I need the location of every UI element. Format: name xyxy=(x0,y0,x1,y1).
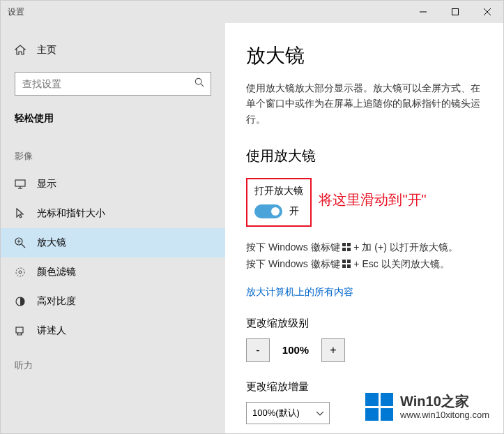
toggle-knob xyxy=(271,207,280,216)
magnifier-toggle[interactable] xyxy=(254,204,282,218)
contrast-icon xyxy=(15,296,26,307)
section-hearing: 听力 xyxy=(1,345,225,379)
svg-rect-16 xyxy=(16,327,23,333)
home-icon xyxy=(15,45,26,56)
magnify-all-link[interactable]: 放大计算机上的所有内容 xyxy=(246,286,482,299)
sidebar-item-color-filter[interactable]: 颜色滤镜 xyxy=(1,257,225,287)
narrator-icon xyxy=(15,325,26,336)
annotation-box: 打开放大镜 开 xyxy=(246,178,312,227)
sidebar-item-cursor[interactable]: 光标和指针大小 xyxy=(1,199,225,228)
svg-rect-21 xyxy=(342,260,346,263)
sidebar-item-high-contrast[interactable]: 高对比度 xyxy=(1,287,225,316)
toggle-state: 开 xyxy=(289,205,299,218)
section-vision: 影像 xyxy=(1,136,225,170)
windows-logo-icon xyxy=(365,393,393,421)
use-magnifier-heading: 使用放大镜 xyxy=(246,147,482,165)
svg-rect-23 xyxy=(342,264,346,268)
sidebar-item-label: 显示 xyxy=(37,178,56,190)
zoom-value: 100% xyxy=(277,344,314,356)
search-icon[interactable] xyxy=(194,77,204,90)
home-label: 主页 xyxy=(37,44,56,57)
sidebar-item-label: 讲述人 xyxy=(37,324,66,337)
home-link[interactable]: 主页 xyxy=(1,37,225,63)
annotation-text: 将这里滑动到"开" xyxy=(319,190,426,209)
windows-key-icon xyxy=(342,240,351,257)
watermark-url: www.win10xitong.com xyxy=(400,410,489,421)
monitor-icon xyxy=(15,179,26,190)
dropdown-value: 100%(默认) xyxy=(252,407,300,419)
toggle-label: 打开放大镜 xyxy=(254,185,303,197)
svg-rect-17 xyxy=(342,243,346,246)
watermark-title: Win10之家 xyxy=(400,393,489,410)
zoom-level-heading: 更改缩放级别 xyxy=(246,317,482,330)
svg-line-10 xyxy=(22,244,25,248)
sidebar-item-label: 颜色滤镜 xyxy=(37,266,76,278)
windows-key-icon xyxy=(342,257,351,274)
category-label: 轻松使用 xyxy=(1,108,225,136)
page-description: 使用放大镜放大部分显示器。放大镜可以全屏方式、在单个窗口中或作为在屏幕上追随你的… xyxy=(246,80,482,127)
sidebar-item-label: 光标和指针大小 xyxy=(37,207,105,220)
cursor-icon xyxy=(15,208,26,219)
svg-line-5 xyxy=(201,84,204,87)
page-title: 放大镜 xyxy=(246,43,482,69)
shortcut-hints: 按下 Windows 徽标键 + 加 (+) 以打开放大镜。 按下 Window… xyxy=(246,239,482,273)
svg-rect-19 xyxy=(342,248,346,251)
window-title: 设置 xyxy=(1,6,24,18)
svg-point-4 xyxy=(195,78,201,84)
main-panel: 放大镜 使用放大镜放大部分显示器。放大镜可以全屏方式、在单个窗口中或作为在屏幕上… xyxy=(225,23,503,433)
svg-point-14 xyxy=(19,271,22,274)
watermark: Win10之家 www.win10xitong.com xyxy=(362,390,492,424)
svg-rect-1 xyxy=(452,9,459,15)
sidebar-item-narrator[interactable]: 讲述人 xyxy=(1,316,225,345)
sidebar-item-label: 放大镜 xyxy=(37,237,66,249)
color-filter-icon xyxy=(15,267,26,278)
svg-point-13 xyxy=(16,268,24,276)
sidebar-item-label: 高对比度 xyxy=(37,295,76,308)
sidebar-item-display[interactable]: 显示 xyxy=(1,170,225,199)
sidebar: 主页 轻松使用 影像 显示 光标和指针大小 放大镜 xyxy=(1,23,225,433)
magnifier-icon xyxy=(15,237,26,248)
close-button[interactable] xyxy=(471,1,503,23)
zoom-plus-button[interactable]: + xyxy=(321,338,345,362)
chevron-down-icon xyxy=(316,407,323,418)
sidebar-item-magnifier[interactable]: 放大镜 xyxy=(1,228,225,257)
maximize-button[interactable] xyxy=(439,1,471,23)
svg-rect-6 xyxy=(15,180,25,186)
minimize-button[interactable] xyxy=(407,1,439,23)
zoom-minus-button[interactable]: - xyxy=(246,338,270,362)
search-input[interactable] xyxy=(15,72,211,96)
zoom-increment-dropdown[interactable]: 100%(默认) xyxy=(246,402,330,424)
